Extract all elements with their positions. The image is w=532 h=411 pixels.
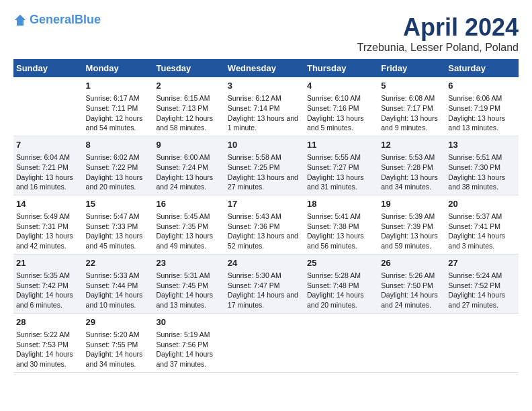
week-row-3: 14Sunrise: 5:49 AMSunset: 7:31 PMDayligh… xyxy=(13,195,519,254)
col-header-sunday: Sunday xyxy=(13,59,83,77)
daylight-text: Daylight: 14 hours and 6 minutes. xyxy=(16,290,81,310)
sunset-text: Sunset: 7:11 PM xyxy=(86,103,151,113)
sunset-text: Sunset: 7:41 PM xyxy=(448,222,516,232)
cell-content: 20Sunrise: 5:37 AMSunset: 7:41 PMDayligh… xyxy=(448,198,516,251)
day-number: 17 xyxy=(228,198,302,210)
day-number: 5 xyxy=(381,80,443,92)
sunrise-text: Sunrise: 5:31 AM xyxy=(156,271,222,281)
daylight-text: Daylight: 14 hours and 27 minutes. xyxy=(448,290,516,310)
sunrise-text: Sunrise: 5:55 AM xyxy=(307,152,375,163)
daylight-text: Daylight: 13 hours and 13 minutes. xyxy=(448,113,516,133)
cell-content: 2Sunrise: 6:15 AMSunset: 7:13 PMDaylight… xyxy=(156,80,222,133)
daylight-text: Daylight: 12 hours and 58 minutes. xyxy=(156,113,222,133)
sunset-text: Sunset: 7:28 PM xyxy=(381,163,443,173)
calendar-cell xyxy=(445,313,519,372)
calendar-cell: 4Sunrise: 6:10 AMSunset: 7:16 PMDaylight… xyxy=(304,77,378,136)
cell-content: 17Sunrise: 5:43 AMSunset: 7:36 PMDayligh… xyxy=(228,198,302,251)
sunrise-text: Sunrise: 6:02 AM xyxy=(86,152,151,163)
calendar-cell: 28Sunrise: 5:22 AMSunset: 7:53 PMDayligh… xyxy=(13,313,83,372)
calendar-cell: 3Sunrise: 6:12 AMSunset: 7:14 PMDaylight… xyxy=(225,77,304,136)
cell-content: 15Sunrise: 5:47 AMSunset: 7:33 PMDayligh… xyxy=(86,198,151,251)
logo-general: General xyxy=(30,13,75,26)
logo: GeneralBlue xyxy=(13,13,101,27)
daylight-text: Daylight: 13 hours and 49 minutes. xyxy=(156,231,222,250)
day-number: 8 xyxy=(86,139,151,151)
sunset-text: Sunset: 7:14 PM xyxy=(228,103,302,113)
cell-content: 25Sunrise: 5:28 AMSunset: 7:48 PMDayligh… xyxy=(307,257,375,310)
sunset-text: Sunset: 7:21 PM xyxy=(16,163,81,173)
cell-content: 24Sunrise: 5:30 AMSunset: 7:47 PMDayligh… xyxy=(228,257,302,310)
sunset-text: Sunset: 7:25 PM xyxy=(228,163,302,173)
week-row-1: 1Sunrise: 6:17 AMSunset: 7:11 PMDaylight… xyxy=(13,77,519,136)
sunset-text: Sunset: 7:24 PM xyxy=(156,163,222,173)
sunset-text: Sunset: 7:35 PM xyxy=(156,222,222,232)
sunrise-text: Sunrise: 5:53 AM xyxy=(381,152,443,163)
cell-content: 22Sunrise: 5:33 AMSunset: 7:44 PMDayligh… xyxy=(86,257,151,310)
day-number: 15 xyxy=(86,198,151,210)
daylight-text: Daylight: 14 hours and 24 minutes. xyxy=(381,290,443,310)
cell-content: 5Sunrise: 6:08 AMSunset: 7:17 PMDaylight… xyxy=(381,80,443,133)
day-number: 28 xyxy=(16,316,81,328)
cell-content: 11Sunrise: 5:55 AMSunset: 7:27 PMDayligh… xyxy=(307,139,375,192)
calendar-cell: 12Sunrise: 5:53 AMSunset: 7:28 PMDayligh… xyxy=(378,136,445,195)
week-row-2: 7Sunrise: 6:04 AMSunset: 7:21 PMDaylight… xyxy=(13,136,519,195)
sunrise-text: Sunrise: 5:35 AM xyxy=(16,271,81,281)
sunset-text: Sunset: 7:44 PM xyxy=(86,281,151,291)
cell-content: 4Sunrise: 6:10 AMSunset: 7:16 PMDaylight… xyxy=(307,80,375,133)
col-header-friday: Friday xyxy=(378,59,445,77)
sunrise-text: Sunrise: 5:19 AM xyxy=(156,330,222,340)
day-number: 4 xyxy=(307,80,375,92)
calendar-cell: 5Sunrise: 6:08 AMSunset: 7:17 PMDaylight… xyxy=(378,77,445,136)
calendar-cell: 14Sunrise: 5:49 AMSunset: 7:31 PMDayligh… xyxy=(13,195,83,254)
calendar-cell: 15Sunrise: 5:47 AMSunset: 7:33 PMDayligh… xyxy=(83,195,154,254)
daylight-text: Daylight: 12 hours and 54 minutes. xyxy=(86,113,151,133)
day-number: 25 xyxy=(307,257,375,269)
cell-content: 3Sunrise: 6:12 AMSunset: 7:14 PMDaylight… xyxy=(228,80,302,133)
calendar-cell: 11Sunrise: 5:55 AMSunset: 7:27 PMDayligh… xyxy=(304,136,378,195)
sunrise-text: Sunrise: 6:17 AM xyxy=(86,93,151,103)
cell-content: 7Sunrise: 6:04 AMSunset: 7:21 PMDaylight… xyxy=(16,139,81,192)
daylight-text: Daylight: 13 hours and 5 minutes. xyxy=(307,113,375,133)
cell-content: 8Sunrise: 6:02 AMSunset: 7:22 PMDaylight… xyxy=(86,139,151,192)
sunset-text: Sunset: 7:19 PM xyxy=(448,103,516,113)
cell-content: 27Sunrise: 5:24 AMSunset: 7:52 PMDayligh… xyxy=(448,257,516,310)
daylight-text: Daylight: 13 hours and 16 minutes. xyxy=(16,173,81,192)
calendar-cell: 19Sunrise: 5:39 AMSunset: 7:39 PMDayligh… xyxy=(378,195,445,254)
calendar-cell: 9Sunrise: 6:00 AMSunset: 7:24 PMDaylight… xyxy=(153,136,224,195)
sunrise-text: Sunrise: 6:10 AM xyxy=(307,93,375,103)
logo-icon xyxy=(13,13,27,27)
sunrise-text: Sunrise: 6:12 AM xyxy=(228,93,302,103)
sunset-text: Sunset: 7:42 PM xyxy=(16,281,81,291)
daylight-text: Daylight: 14 hours and 20 minutes. xyxy=(307,290,375,310)
sunrise-text: Sunrise: 5:20 AM xyxy=(86,330,151,340)
day-number: 2 xyxy=(156,80,222,92)
cell-content: 6Sunrise: 6:06 AMSunset: 7:19 PMDaylight… xyxy=(448,80,516,133)
daylight-text: Daylight: 13 hours and 59 minutes. xyxy=(381,231,443,250)
svg-marker-0 xyxy=(15,15,26,26)
day-number: 23 xyxy=(156,257,222,269)
sunrise-text: Sunrise: 5:49 AM xyxy=(16,212,81,222)
sunrise-text: Sunrise: 6:15 AM xyxy=(156,93,222,103)
col-header-tuesday: Tuesday xyxy=(153,59,224,77)
calendar-cell: 23Sunrise: 5:31 AMSunset: 7:45 PMDayligh… xyxy=(153,254,224,313)
sunrise-text: Sunrise: 5:22 AM xyxy=(16,330,81,340)
daylight-text: Daylight: 14 hours and 34 minutes. xyxy=(86,349,151,369)
day-number: 21 xyxy=(16,257,81,269)
sunrise-text: Sunrise: 5:51 AM xyxy=(448,152,516,163)
day-number: 13 xyxy=(448,139,516,151)
col-header-monday: Monday xyxy=(83,59,154,77)
sunrise-text: Sunrise: 6:06 AM xyxy=(448,93,516,103)
col-header-thursday: Thursday xyxy=(304,59,378,77)
sunset-text: Sunset: 7:56 PM xyxy=(156,340,222,350)
calendar-cell: 8Sunrise: 6:02 AMSunset: 7:22 PMDaylight… xyxy=(83,136,154,195)
day-number: 14 xyxy=(16,198,81,210)
calendar-table: SundayMondayTuesdayWednesdayThursdayFrid… xyxy=(13,59,519,373)
calendar-cell: 25Sunrise: 5:28 AMSunset: 7:48 PMDayligh… xyxy=(304,254,378,313)
sunset-text: Sunset: 7:38 PM xyxy=(307,222,375,232)
sunrise-text: Sunrise: 5:33 AM xyxy=(86,271,151,281)
cell-content: 26Sunrise: 5:26 AMSunset: 7:50 PMDayligh… xyxy=(381,257,443,310)
daylight-text: Daylight: 13 hours and 45 minutes. xyxy=(86,231,151,250)
day-number: 3 xyxy=(228,80,302,92)
cell-content: 23Sunrise: 5:31 AMSunset: 7:45 PMDayligh… xyxy=(156,257,222,310)
sunrise-text: Sunrise: 5:37 AM xyxy=(448,212,516,222)
